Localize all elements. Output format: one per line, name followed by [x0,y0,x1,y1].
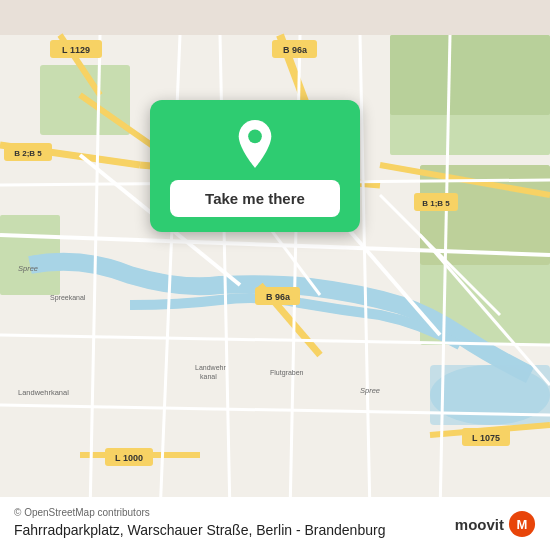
svg-text:B 2;B 5: B 2;B 5 [14,149,42,158]
map-background: L 1129 B 96a B 2;B 5 B 1;B 5 B 1;B 5 B 9… [0,0,550,550]
svg-text:kanal: kanal [200,373,217,380]
svg-text:B 96a: B 96a [283,45,308,55]
moovit-logo: moovit M [455,510,536,538]
map-container: L 1129 B 96a B 2;B 5 B 1;B 5 B 1;B 5 B 9… [0,0,550,550]
svg-text:Spreekanal: Spreekanal [50,294,86,302]
svg-text:Spree: Spree [18,264,38,273]
svg-text:Flutgraben: Flutgraben [270,369,304,377]
svg-text:L 1129: L 1129 [62,45,90,55]
svg-text:L 1000: L 1000 [115,453,143,463]
svg-text:Landwehr: Landwehr [195,364,226,371]
svg-text:L 1075: L 1075 [472,433,500,443]
svg-point-56 [248,129,262,143]
svg-text:B 1;B 5: B 1;B 5 [422,199,450,208]
bottom-bar: © OpenStreetMap contributors Fahrradpark… [0,497,550,550]
svg-rect-2 [390,35,550,115]
action-card: Take me there [150,100,360,232]
take-me-there-button[interactable]: Take me there [170,180,340,217]
moovit-logo-text: moovit [455,516,504,533]
moovit-icon: M [508,510,536,538]
svg-text:Spree: Spree [360,386,380,395]
location-pin-icon [231,120,279,168]
svg-text:Landwehrkanal: Landwehrkanal [18,388,69,397]
svg-text:M: M [517,517,528,532]
svg-text:B 96a: B 96a [266,292,291,302]
